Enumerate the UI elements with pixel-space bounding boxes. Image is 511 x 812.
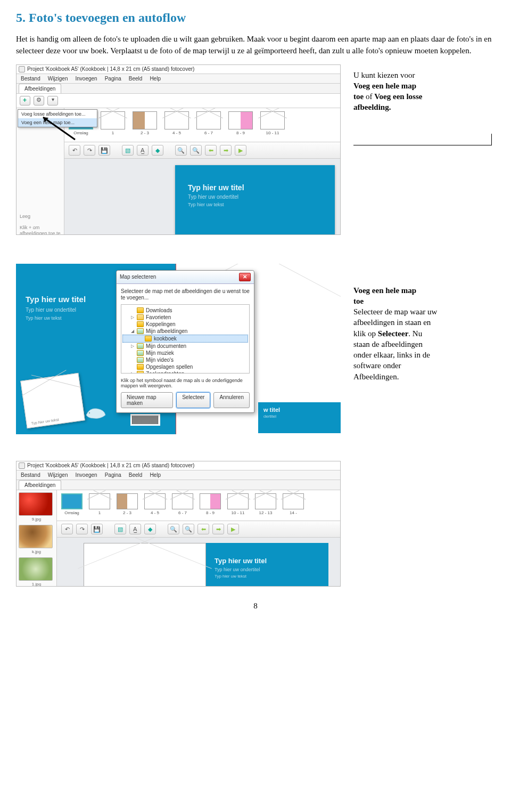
next-icon[interactable] — [212, 524, 224, 534]
thumb-89[interactable] — [200, 493, 221, 509]
thumb-23[interactable] — [133, 111, 157, 129]
cover-page[interactable]: Typ hier uw titel Typ hier uw ondertitel… — [175, 165, 335, 235]
menu-invoegen[interactable]: Invoegen — [76, 472, 97, 478]
next-icon[interactable] — [220, 145, 232, 156]
menu-help[interactable]: Help — [150, 472, 161, 478]
menu-pagina[interactable]: Pagina — [105, 472, 121, 478]
menubar: Bestand Wijzigen Invoegen Pagina Beeld H… — [17, 470, 340, 480]
caption-1-underline — [353, 145, 492, 145]
addpage-icon[interactable]: ▧ — [122, 145, 134, 156]
caption-1: U kunt kiezen voor Voeg een hele maptoe … — [353, 70, 495, 113]
right-page[interactable]: Typ hier uw titel Typ hier uw ondertitel… — [206, 543, 328, 587]
zoomin-icon[interactable]: 🔍 — [190, 145, 202, 156]
addpage-icon[interactable]: ▧ — [114, 524, 126, 534]
thumb-1011[interactable] — [227, 493, 249, 509]
undo-icon[interactable]: ↶ — [69, 145, 80, 156]
subtitle-placeholder[interactable]: Typ hier uw ondertitel — [188, 194, 335, 200]
add-icon[interactable] — [20, 96, 30, 105]
menu-wijzigen[interactable]: Wijzigen — [48, 76, 68, 82]
body-placeholder[interactable]: Typ hier uw tekst — [215, 574, 328, 579]
window-title: Project 'Kookboek A5' (Kookboek | 14,8 x… — [27, 66, 194, 72]
play-icon[interactable] — [235, 145, 246, 156]
left-page[interactable] — [84, 543, 206, 587]
thumb-45[interactable] — [164, 111, 189, 129]
select-button[interactable]: Selecteer — [176, 392, 210, 408]
thumb-89[interactable] — [228, 111, 253, 129]
caption-2: Voeg een hele maptoe Selecteer de map wa… — [353, 285, 495, 382]
cancel-button[interactable]: Annuleren — [213, 392, 250, 408]
thumb-1213[interactable] — [255, 493, 276, 509]
page-number: 8 — [16, 602, 495, 611]
undo-icon[interactable]: ↶ — [61, 524, 73, 534]
main-area: Omslag 1 2 - 3 4 - 5 6 - 7 8 - 9 10 - 11… — [64, 108, 340, 235]
dialog-titlebar: Map selecteren ✕ — [117, 271, 254, 284]
shape-icon[interactable]: ◆ — [144, 524, 156, 534]
tree-item-kookboek[interactable]: kookboek — [122, 335, 248, 343]
thumb-omslag[interactable] — [61, 493, 83, 509]
thumb-67[interactable] — [172, 493, 193, 509]
text-icon[interactable]: A̲ — [129, 524, 141, 534]
thumb-14[interactable] — [283, 493, 304, 509]
screenshot-2: Typ hier uw titel Typ hier uw ondertitel… — [16, 264, 341, 434]
redo-icon[interactable]: ↷ — [76, 524, 88, 534]
close-icon[interactable]: ✕ — [239, 273, 251, 281]
text-icon[interactable]: A̲ — [137, 145, 149, 156]
tab-afbeeldingen[interactable]: Afbeeldingen — [19, 84, 61, 93]
shape-icon[interactable]: ◆ — [152, 145, 163, 156]
menu-pagina[interactable]: Pagina — [105, 76, 121, 82]
folder-tree[interactable]: Downloads ▷Favorieten Koppelingen ◢Mijn … — [121, 304, 250, 373]
back-title-block[interactable]: w titel dertitel — [258, 402, 341, 433]
image-thumb[interactable] — [19, 525, 53, 548]
body-placeholder[interactable]: Typ hier uw tekst — [188, 202, 335, 207]
thumb-67[interactable] — [196, 111, 221, 129]
thumb-23[interactable] — [117, 493, 138, 509]
zoomout-icon[interactable]: 🔍 — [175, 145, 187, 156]
thumb-1011[interactable] — [260, 111, 285, 129]
canvas: Typ hier uw titel Typ hier uw ondertitel… — [64, 159, 340, 235]
prev-icon[interactable] — [197, 524, 209, 534]
menu-wijzigen[interactable]: Wijzigen — [48, 472, 68, 478]
gear-icon[interactable] — [34, 96, 44, 105]
title-placeholder[interactable]: Typ hier uw titel — [215, 557, 328, 565]
dialog-instruction: Selecteer de map met de afbeeldingen die… — [121, 288, 250, 301]
photo-frame[interactable]: Typ hier uw tekst — [20, 372, 85, 428]
zoomout-icon[interactable]: 🔍 — [168, 524, 179, 534]
add-dropdown: Voeg losse afbeeldingen toe... Voeg een … — [18, 109, 97, 127]
menu-beeld[interactable]: Beeld — [129, 76, 143, 82]
dropdown-opt-loose[interactable]: Voeg losse afbeeldingen toe... — [18, 110, 97, 118]
menu-bestand[interactable]: Bestand — [21, 472, 40, 478]
dropdown-icon[interactable] — [47, 96, 58, 105]
prev-icon[interactable] — [205, 145, 217, 156]
play-icon[interactable] — [227, 524, 239, 534]
thumb-1[interactable] — [101, 111, 125, 129]
thumb-label: 1.jpg — [19, 582, 54, 587]
redo-icon[interactable]: ↷ — [84, 145, 95, 156]
image-thumb[interactable] — [19, 492, 53, 516]
menu-help[interactable]: Help — [150, 76, 161, 82]
app-icon — [19, 462, 25, 469]
intro-paragraph: Het is handig om alleen de foto's te upl… — [16, 34, 495, 57]
save-icon[interactable]: 💾 — [91, 524, 103, 534]
save-icon[interactable]: 💾 — [98, 145, 110, 156]
tab-afbeeldingen[interactable]: Afbeeldingen — [19, 480, 61, 490]
shrimp-illustration — [84, 405, 108, 421]
screenshot-1: Project 'Kookboek A5' (Kookboek | 14,8 x… — [16, 64, 341, 235]
folder-dialog: Map selecteren ✕ Selecteer de map met de… — [116, 270, 254, 413]
images-sidebar: 9.jpg k.jpg 1.jpg — [17, 490, 57, 587]
page-strip: Omslag 1 2 - 3 4 - 5 6 - 7 8 - 9 10 - 11 — [64, 108, 340, 142]
thumb-45[interactable] — [144, 493, 166, 509]
thumb-1[interactable] — [89, 493, 110, 509]
menu-invoegen[interactable]: Invoegen — [76, 76, 97, 82]
editor-toolbar: ↶ ↷ 💾 ▧ A̲ ◆ 🔍 🔍 — [57, 521, 340, 538]
subtitle-placeholder[interactable]: Typ hier uw ondertitel — [215, 567, 328, 572]
new-folder-button[interactable]: Nieuwe map maken — [121, 392, 173, 408]
image-thumb[interactable] — [19, 557, 53, 581]
zoomin-icon[interactable]: 🔍 — [183, 524, 194, 534]
svg-point-0 — [89, 412, 90, 413]
menu-bestand[interactable]: Bestand — [21, 76, 40, 82]
menu-beeld[interactable]: Beeld — [129, 472, 143, 478]
window-titlebar: Project 'Kookboek A5' (Kookboek | 14,8 x… — [17, 65, 340, 74]
title-placeholder[interactable]: Typ hier uw titel — [188, 183, 335, 192]
page-strip: Omslag 1 2 - 3 4 - 5 6 - 7 8 - 9 10 - 11… — [57, 490, 340, 521]
dropdown-opt-map[interactable]: Voeg een hele map toe... — [18, 118, 97, 127]
